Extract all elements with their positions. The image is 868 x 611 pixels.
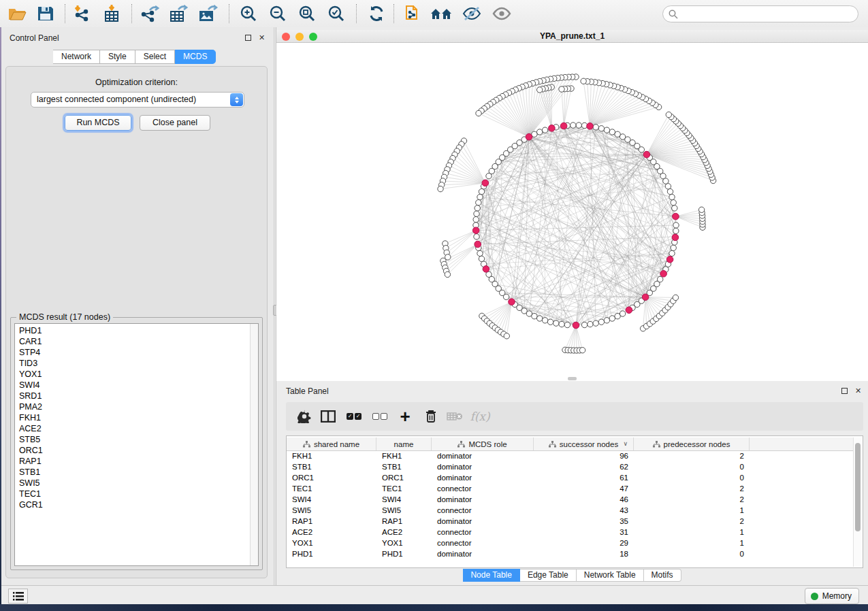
table-row[interactable]: TEC1 TEC1 connector 47 2 — [287, 483, 854, 494]
mcds-result-item[interactable]: STP4 — [15, 347, 250, 358]
network-node[interactable] — [593, 125, 598, 130]
mcds-result-item[interactable]: RAP1 — [15, 456, 250, 467]
network-node[interactable] — [671, 200, 676, 205]
mcds-result-item[interactable]: ACE2 — [15, 423, 250, 434]
hide-selected-icon[interactable] — [460, 4, 483, 23]
network-node[interactable] — [658, 276, 663, 282]
network-node[interactable] — [559, 321, 564, 327]
optimization-criterion-select[interactable]: largest connected component (undirected) — [31, 92, 244, 108]
dominator-node[interactable] — [573, 322, 579, 329]
network-node[interactable] — [553, 320, 559, 326]
dominator-node[interactable] — [643, 151, 650, 158]
network-node[interactable] — [579, 348, 585, 353]
export-image-icon[interactable] — [196, 4, 219, 23]
zoom-fit-icon[interactable] — [295, 4, 319, 23]
dominator-node[interactable] — [482, 180, 489, 186]
mcds-result-item[interactable]: CAR1 — [15, 336, 250, 347]
mcds-result-item[interactable]: SWI4 — [15, 380, 250, 391]
network-node[interactable] — [477, 194, 483, 199]
tab-network-table[interactable]: Network Table — [577, 569, 644, 582]
network-node[interactable] — [570, 122, 576, 128]
memory-button[interactable]: Memory — [805, 588, 859, 604]
column-header-name[interactable]: name ∨ — [376, 437, 432, 450]
table-scrollbar[interactable] — [853, 437, 862, 567]
mcds-result-item[interactable]: STB1 — [15, 467, 250, 478]
network-node[interactable] — [609, 129, 615, 135]
network-node[interactable] — [673, 228, 679, 233]
dominator-node[interactable] — [673, 213, 679, 220]
close-panel-icon[interactable]: ✕ — [257, 33, 266, 42]
import-network-icon[interactable] — [71, 4, 94, 23]
table-row[interactable]: SWI4 SWI4 dominator 46 2 — [287, 494, 854, 505]
network-node[interactable] — [542, 318, 547, 323]
network-hscrollbar-thumb[interactable] — [568, 377, 577, 380]
minimize-window-icon[interactable] — [295, 33, 304, 41]
add-column-icon[interactable]: + — [395, 407, 415, 426]
network-node[interactable] — [479, 188, 484, 194]
tab-select[interactable]: Select — [135, 50, 175, 64]
maximize-window-icon[interactable] — [309, 33, 317, 41]
network-node[interactable] — [477, 250, 483, 256]
mcds-result-item[interactable]: SRD1 — [15, 391, 250, 401]
network-node[interactable] — [604, 318, 609, 323]
network-node[interactable] — [576, 122, 581, 128]
export-network-icon[interactable] — [138, 4, 161, 23]
table-row[interactable]: RAP1 RAP1 dominator 35 2 — [287, 516, 854, 527]
network-node[interactable] — [620, 311, 625, 316]
network-node[interactable] — [672, 205, 677, 211]
network-node[interactable] — [588, 321, 593, 327]
mcds-result-item[interactable]: FKH1 — [15, 412, 250, 423]
network-node[interactable] — [537, 129, 543, 135]
column-header-mcds-role[interactable]: MCDS role ∨ — [432, 437, 534, 450]
table-row[interactable]: PHD1 PHD1 dominator 18 0 — [287, 548, 854, 559]
search-input[interactable] — [678, 9, 858, 20]
network-node[interactable] — [673, 295, 678, 300]
network-node[interactable] — [669, 250, 675, 256]
network-node[interactable] — [445, 271, 450, 277]
dominator-node[interactable] — [483, 266, 489, 273]
dominator-node[interactable] — [666, 257, 673, 263]
network-node[interactable] — [698, 207, 704, 212]
dominator-node[interactable] — [560, 122, 567, 129]
network-node[interactable] — [593, 320, 598, 326]
table-row[interactable]: FKH1 FKH1 dominator 96 2 — [287, 450, 854, 461]
mcds-result-item[interactable]: YOX1 — [15, 369, 250, 380]
network-node[interactable] — [532, 314, 537, 319]
dominator-node[interactable] — [549, 125, 556, 132]
network-node[interactable] — [475, 205, 480, 211]
table-row[interactable]: STB1 STB1 dominator 62 0 — [287, 461, 854, 472]
network-node[interactable] — [542, 127, 547, 133]
column-header-predecessor-nodes[interactable]: predecessor nodes ∨ — [634, 437, 750, 450]
table-row[interactable]: ORC1 ORC1 dominator 61 0 — [287, 472, 854, 483]
network-node[interactable] — [537, 316, 543, 321]
task-history-button[interactable] — [8, 589, 28, 604]
network-node[interactable] — [474, 234, 479, 240]
column-header-shared-name[interactable]: shared name ∨ — [287, 437, 376, 450]
network-node[interactable] — [438, 186, 443, 192]
float-panel-icon[interactable] — [244, 34, 253, 43]
network-node[interactable] — [604, 127, 609, 133]
network-canvas[interactable] — [276, 43, 868, 381]
network-node[interactable] — [598, 319, 604, 325]
network-node[interactable] — [581, 78, 586, 84]
select-all-checkboxes-icon[interactable]: ✓✓ — [344, 407, 364, 426]
open-file-icon[interactable] — [5, 4, 29, 23]
clone-network-icon[interactable] — [402, 4, 425, 23]
mcds-result-item[interactable]: GCR1 — [15, 499, 250, 510]
save-session-icon[interactable] — [34, 4, 57, 23]
network-node[interactable] — [667, 188, 673, 194]
network-node[interactable] — [665, 184, 671, 189]
mcds-result-item[interactable]: TID3 — [15, 358, 250, 369]
network-node[interactable] — [666, 112, 671, 117]
network-node[interactable] — [503, 294, 509, 299]
first-neighbors-icon[interactable] — [430, 4, 453, 23]
network-node[interactable] — [559, 86, 564, 92]
function-builder-icon[interactable]: f(x) — [470, 407, 490, 426]
tab-edge-table[interactable]: Edge Table — [520, 569, 577, 582]
dominator-node[interactable] — [660, 271, 667, 278]
close-panel-button[interactable]: Close panel — [140, 115, 210, 131]
table-row[interactable]: SWI5 SWI5 connector 43 1 — [287, 505, 854, 516]
network-node[interactable] — [537, 87, 543, 93]
network-node[interactable] — [476, 110, 481, 116]
network-node[interactable] — [564, 322, 570, 327]
